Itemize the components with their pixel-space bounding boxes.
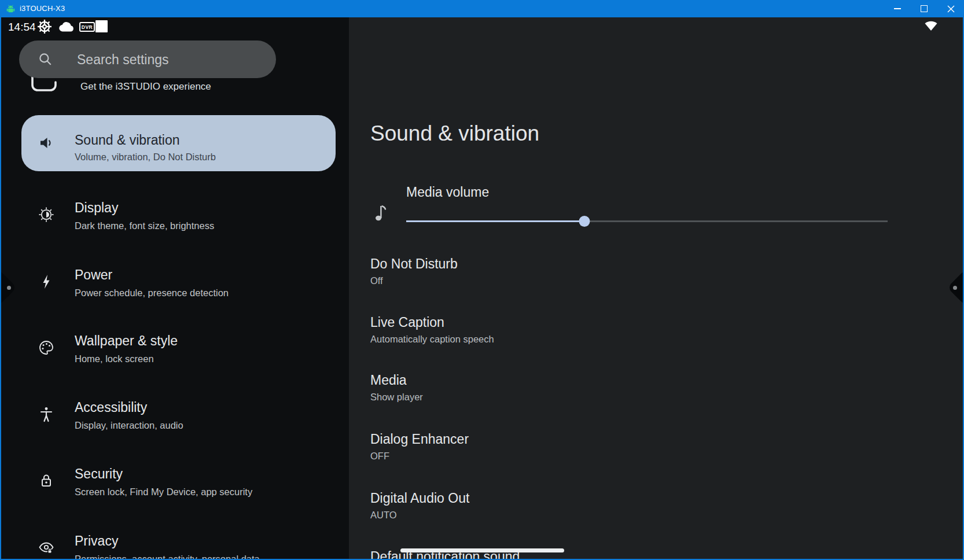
minimize-button[interactable] [884, 0, 911, 17]
sidebar-item-wallpaper-style[interactable]: Wallpaper & style Home, lock screen [1, 333, 337, 386]
lightning-bolt-icon [38, 274, 54, 290]
sidebar-item-privacy[interactable]: Privacy Permissions, account activity, p… [1, 533, 337, 560]
display-outline-icon [30, 75, 58, 95]
slider-fill [406, 220, 584, 223]
sidebar-item-label: Power [75, 267, 112, 283]
media-volume-label: Media volume [406, 184, 489, 200]
speaker-icon [38, 135, 54, 151]
sidebar-item-subtitle: Permissions, account activity, personal … [75, 553, 260, 560]
setting-value: Automatically caption speech [370, 333, 494, 345]
android-robot-icon [6, 4, 16, 14]
sidebar-item-sound-vibration[interactable]: Sound & vibration Volume, vibration, Do … [21, 115, 336, 171]
sidebar-item-subtitle: Home, lock screen [75, 353, 154, 364]
status-time: 14:54 [8, 20, 36, 35]
wifi-icon [923, 19, 939, 32]
setting-value: AUTO [370, 509, 397, 521]
settings-gear-icon [36, 19, 53, 35]
sidebar-item-display[interactable]: Display Dark theme, font size, brightnes… [1, 200, 337, 253]
sidebar-item-label: Privacy [75, 533, 118, 549]
close-icon [947, 5, 955, 13]
setting-row-do-not-disturb[interactable]: Do Not Disturb Off [370, 256, 891, 309]
sidebar-item-label: Wallpaper & style [75, 333, 178, 349]
sidebar-item-subtitle: Screen lock, Find My Device, app securit… [75, 486, 252, 498]
banner-subtitle: Get the i3STUDIO experience [80, 81, 211, 93]
palette-icon [38, 340, 54, 356]
brightness-icon [38, 207, 54, 223]
window-titlebar: i3TOUCH-X3 [0, 0, 964, 17]
setting-label: Do Not Disturb [370, 256, 458, 272]
setting-row-live-caption[interactable]: Live Caption Automatically caption speec… [370, 314, 891, 367]
setting-value: OFF [370, 450, 389, 462]
padlock-icon [38, 473, 54, 489]
settings-app: 14:54 DVR [0, 17, 964, 560]
setting-label: Live Caption [370, 314, 444, 330]
cloud-icon [59, 21, 75, 32]
setting-value: Show player [370, 391, 423, 403]
setting-row-dialog-enhancer[interactable]: Dialog Enhancer OFF [370, 431, 891, 484]
sidebar-item-power[interactable]: Power Power schedule, presence detection [1, 267, 337, 320]
media-volume-slider[interactable] [406, 214, 888, 228]
setting-label: Dialog Enhancer [370, 431, 469, 447]
page-title: Sound & vibration [370, 120, 539, 147]
sidebar-item-security[interactable]: Security Screen lock, Find My Device, ap… [1, 466, 337, 519]
scroll-indicator-bar [400, 548, 564, 552]
sidebar-item-subtitle: Display, interaction, audio [75, 419, 183, 431]
accessibility-person-icon [38, 406, 54, 422]
maximize-button[interactable] [911, 0, 937, 17]
maximize-icon [921, 5, 928, 12]
eye-lock-icon [38, 540, 54, 556]
sidebar-item-subtitle: Power schedule, presence detection [75, 287, 229, 299]
dvr-badge: DVR [79, 22, 95, 32]
left-edge-handle-dot [7, 286, 11, 290]
sidebar-item-label: Security [75, 466, 123, 482]
minimize-icon [894, 8, 901, 9]
white-square-icon [95, 20, 108, 32]
settings-sidebar: 14:54 DVR [1, 17, 349, 559]
search-bar[interactable] [19, 40, 276, 78]
sidebar-item-label: Accessibility [75, 399, 147, 415]
app-window: i3TOUCH-X3 14:54 [0, 0, 964, 560]
setting-row-media[interactable]: Media Show player [370, 372, 891, 425]
sidebar-item-subtitle: Dark theme, font size, brightness [75, 220, 214, 231]
close-button[interactable] [937, 0, 964, 17]
sidebar-item-subtitle: Volume, vibration, Do Not Disturb [75, 151, 216, 163]
music-note-icon [374, 202, 387, 222]
setting-label: Digital Audio Out [370, 490, 469, 506]
setting-label: Media [370, 372, 407, 388]
setting-row-digital-audio-out[interactable]: Digital Audio Out AUTO [370, 490, 891, 543]
search-input[interactable] [76, 40, 263, 79]
setting-value: Off [370, 275, 383, 286]
sidebar-item-accessibility[interactable]: Accessibility Display, interaction, audi… [1, 399, 337, 452]
slider-thumb[interactable] [579, 216, 590, 227]
window-title: i3TOUCH-X3 [20, 0, 65, 17]
sidebar-item-label: Sound & vibration [75, 132, 180, 148]
right-edge-handle-dot [953, 286, 957, 290]
search-icon [38, 51, 53, 67]
sidebar-item-label: Display [75, 200, 118, 216]
